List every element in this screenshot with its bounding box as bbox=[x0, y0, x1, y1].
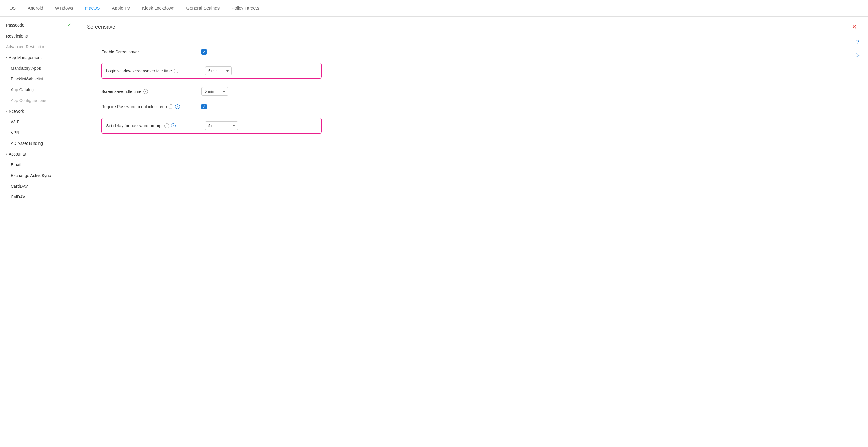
play-button[interactable]: ▷ bbox=[854, 51, 862, 59]
tab-kiosk-lockdown[interactable]: Kiosk Lockdown bbox=[141, 0, 176, 17]
sidebar-item-label: VPN bbox=[11, 130, 19, 135]
login-window-control: 1 min2 min5 min10 min15 min30 minNever bbox=[205, 66, 232, 75]
sidebar-item-mandatory-apps[interactable]: Mandatory Apps bbox=[0, 63, 77, 73]
form-area: Enable Screensaver Login window screensa… bbox=[78, 37, 345, 154]
sidebar-item-app-catalog[interactable]: App Catalog bbox=[0, 84, 77, 95]
sidebar-item-exchange-activesync[interactable]: Exchange ActiveSync bbox=[0, 170, 77, 181]
require-password-info-icon[interactable]: i bbox=[168, 104, 173, 109]
screensaver-card: Screensaver ✕ ? ▷ Enable Screensaver bbox=[78, 17, 868, 447]
help-button[interactable]: ? bbox=[854, 37, 862, 46]
login-window-row: Login window screensaver idle time i 1 m… bbox=[101, 63, 322, 79]
tab-apple-tv[interactable]: Apple TV bbox=[111, 0, 131, 17]
tab-policy-targets[interactable]: Policy Targets bbox=[230, 0, 260, 17]
enable-screensaver-control bbox=[202, 49, 207, 55]
sidebar-item-label: Exchange ActiveSync bbox=[11, 173, 51, 178]
sidebar-section-accounts[interactable]: ▾Accounts bbox=[0, 149, 77, 159]
enable-screensaver-checkbox[interactable] bbox=[202, 49, 207, 55]
tab-windows[interactable]: Windows bbox=[54, 0, 74, 17]
sidebar: Passcode✓RestrictionsAdvanced Restrictio… bbox=[0, 17, 78, 447]
sidebar-item-blacklist-whitelist[interactable]: Blacklist/Whitelist bbox=[0, 73, 77, 84]
enable-screensaver-row: Enable Screensaver bbox=[101, 49, 322, 55]
sidebar-item-wi-fi[interactable]: Wi-Fi bbox=[0, 117, 77, 127]
chevron-icon: ▾ bbox=[6, 56, 7, 59]
enable-screensaver-label: Enable Screensaver bbox=[101, 50, 196, 54]
sidebar-item-passcode[interactable]: Passcode✓ bbox=[0, 19, 77, 31]
require-password-label: Require Password to unlock screen i ✓ bbox=[101, 104, 196, 109]
sidebar-item-label: Mandatory Apps bbox=[11, 66, 41, 71]
sidebar-section-label: Network bbox=[9, 109, 24, 114]
sidebar-item-label: Wi-Fi bbox=[11, 119, 21, 124]
sidebar-item-label: Passcode bbox=[6, 23, 24, 27]
sidebar-item-email[interactable]: Email bbox=[0, 159, 77, 170]
sidebar-item-advanced-restrictions[interactable]: Advanced Restrictions bbox=[0, 41, 77, 52]
sidebar-section-label: App Management bbox=[9, 55, 42, 60]
login-window-select[interactable]: 1 min2 min5 min10 min15 min30 minNever bbox=[205, 66, 232, 75]
close-button[interactable]: ✕ bbox=[850, 23, 859, 31]
sidebar-section-label: Accounts bbox=[9, 152, 26, 156]
sidebar-item-label: App Catalog bbox=[11, 87, 34, 92]
sidebar-item-vpn[interactable]: VPN bbox=[0, 127, 77, 138]
card-header: Screensaver ✕ bbox=[78, 17, 868, 37]
sidebar-item-label: Email bbox=[11, 162, 21, 167]
sidebar-item-label: CalDAV bbox=[11, 195, 25, 199]
sidebar-section-app-management[interactable]: ▾App Management bbox=[0, 52, 77, 63]
sidebar-item-label: Blacklist/Whitelist bbox=[11, 77, 43, 81]
sidebar-item-label: Advanced Restrictions bbox=[6, 44, 48, 49]
login-window-info-icon[interactable]: i bbox=[174, 68, 179, 73]
require-password-row: Require Password to unlock screen i ✓ bbox=[101, 104, 322, 109]
chevron-icon: ▾ bbox=[6, 110, 7, 113]
sidebar-item-label: CardDAV bbox=[11, 184, 28, 189]
set-delay-select[interactable]: Immediately1 min2 min5 min10 min15 min30… bbox=[205, 121, 238, 130]
content-area: Screensaver ✕ ? ▷ Enable Screensaver bbox=[78, 17, 868, 447]
sidebar-item-caldav[interactable]: CalDAV bbox=[0, 191, 77, 202]
require-password-control bbox=[202, 104, 207, 109]
login-window-label: Login window screensaver idle time i bbox=[106, 68, 202, 73]
screensaver-idle-label: Screensaver idle time i bbox=[101, 89, 196, 94]
right-icons: ? ▷ bbox=[854, 37, 862, 59]
set-delay-row: Set delay for password prompt i ✓ Immedi… bbox=[101, 118, 322, 133]
check-icon: ✓ bbox=[67, 22, 71, 28]
set-delay-info-icon[interactable]: i bbox=[164, 123, 169, 128]
tab-general-settings[interactable]: General Settings bbox=[185, 0, 221, 17]
sidebar-item-ad-asset-binding[interactable]: AD Asset Binding bbox=[0, 138, 77, 149]
sidebar-item-app-configurations[interactable]: App Configurations bbox=[0, 95, 77, 106]
set-delay-check-icon[interactable]: ✓ bbox=[171, 123, 176, 128]
card-header-actions: ✕ bbox=[850, 23, 859, 31]
chevron-icon: ▾ bbox=[6, 153, 7, 156]
sidebar-item-carddav[interactable]: CardDAV bbox=[0, 181, 77, 191]
card-title: Screensaver bbox=[87, 24, 117, 30]
screensaver-idle-row: Screensaver idle time i 1 min2 min5 min1… bbox=[101, 87, 322, 96]
set-delay-label: Set delay for password prompt i ✓ bbox=[106, 123, 202, 128]
tab-android[interactable]: Android bbox=[27, 0, 44, 17]
sidebar-item-label: AD Asset Binding bbox=[11, 141, 43, 146]
tab-macos[interactable]: macOS bbox=[84, 0, 101, 17]
screensaver-idle-select[interactable]: 1 min2 min5 min10 min15 min30 minNever bbox=[202, 87, 228, 96]
tab-ios[interactable]: iOS bbox=[7, 0, 17, 17]
require-password-checkbox[interactable] bbox=[202, 104, 207, 109]
sidebar-section-network[interactable]: ▾Network bbox=[0, 106, 77, 117]
screensaver-idle-info-icon[interactable]: i bbox=[143, 89, 148, 94]
main-layout: Passcode✓RestrictionsAdvanced Restrictio… bbox=[0, 17, 868, 447]
sidebar-item-label: Restrictions bbox=[6, 34, 28, 38]
set-delay-control: Immediately1 min2 min5 min10 min15 min30… bbox=[205, 121, 238, 130]
screensaver-idle-control: 1 min2 min5 min10 min15 min30 minNever bbox=[202, 87, 228, 96]
sidebar-item-label: App Configurations bbox=[11, 98, 46, 103]
top-navigation: iOSAndroidWindowsmacOSApple TVKiosk Lock… bbox=[0, 0, 868, 17]
sidebar-item-restrictions[interactable]: Restrictions bbox=[0, 31, 77, 41]
require-password-check-icon[interactable]: ✓ bbox=[175, 104, 180, 109]
